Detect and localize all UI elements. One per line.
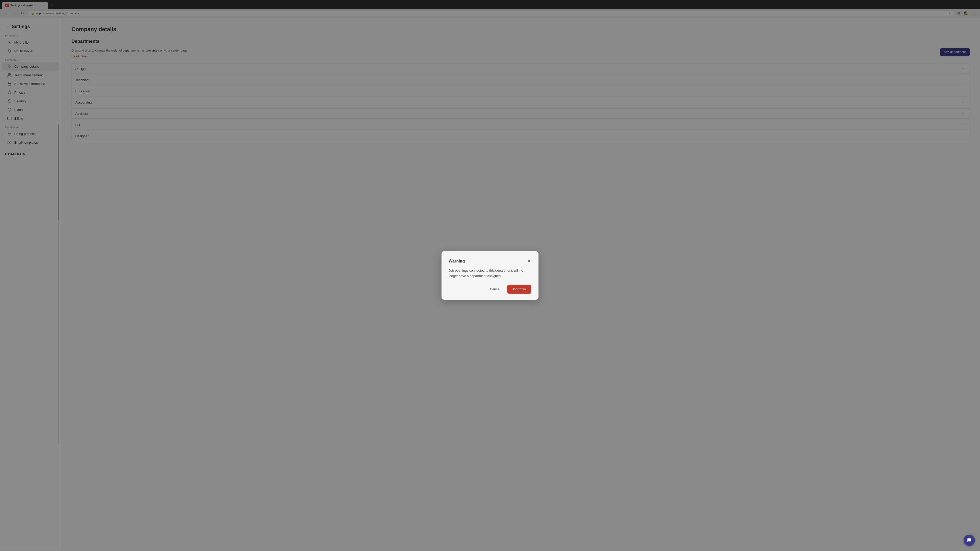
chat-bubble-button[interactable] xyxy=(964,535,975,546)
warning-modal: Warning ✕ Job openings connected to this… xyxy=(442,251,538,300)
confirm-button[interactable]: Confirm xyxy=(508,285,531,294)
cancel-button[interactable]: Cancel xyxy=(486,285,504,294)
close-icon: ✕ xyxy=(527,259,531,264)
modal-body-text: Job openings connected to this departmen… xyxy=(449,268,531,279)
modal-header: Warning ✕ xyxy=(449,259,531,264)
modal-close-button[interactable]: ✕ xyxy=(527,259,531,264)
modal-footer: Cancel Confirm xyxy=(449,285,531,294)
modal-overlay[interactable]: Warning ✕ Job openings connected to this… xyxy=(0,0,980,551)
modal-title: Warning xyxy=(449,259,465,264)
chat-icon xyxy=(967,538,972,543)
